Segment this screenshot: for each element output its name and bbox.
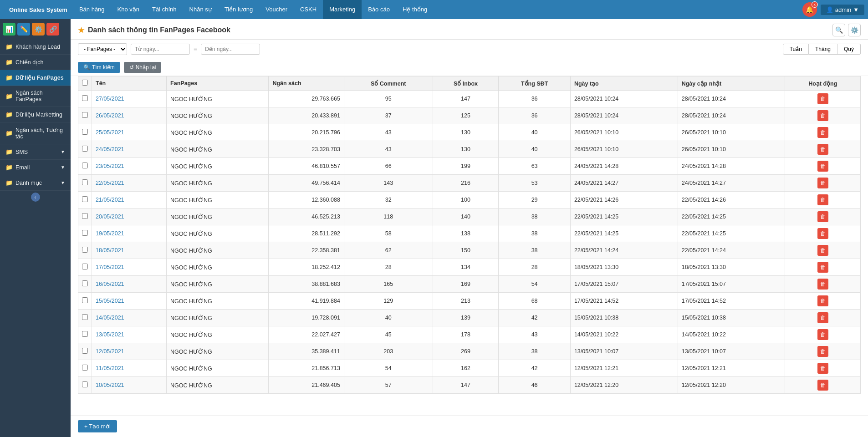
from-date-input[interactable] [131, 44, 190, 55]
reset-button[interactable]: ↺ Nhập lại [124, 62, 162, 73]
row-checkbox-cell[interactable] [78, 208, 92, 225]
delete-row-button[interactable]: 🗑 [817, 346, 828, 357]
search-button[interactable]: 🔍 Tìm kiếm [78, 62, 120, 73]
delete-row-button[interactable]: 🗑 [817, 110, 828, 121]
nav-marketing[interactable]: Marketing [323, 0, 362, 19]
sidebar-item-sms[interactable]: 📁 SMS ▼ [0, 144, 71, 160]
sidebar-item-email[interactable]: 📁 Email ▼ [0, 160, 71, 175]
nav-he-thong[interactable]: Hệ thống [396, 0, 434, 19]
row-checkbox-cell[interactable] [78, 124, 92, 141]
delete-row-button[interactable]: 🗑 [817, 380, 828, 391]
row-checkbox[interactable] [82, 112, 88, 118]
delete-row-button[interactable]: 🗑 [817, 329, 828, 340]
delete-row-button[interactable]: 🗑 [817, 194, 828, 205]
nav-kho-van[interactable]: Kho vận [111, 0, 146, 19]
nav-voucher[interactable]: Voucher [259, 0, 294, 19]
row-checkbox-cell[interactable] [78, 225, 92, 242]
delete-row-button[interactable]: 🗑 [817, 245, 828, 256]
row-checkbox-cell[interactable] [78, 141, 92, 158]
row-checkbox-cell[interactable] [78, 377, 92, 394]
row-checkbox-cell[interactable] [78, 175, 92, 192]
delete-row-button[interactable]: 🗑 [817, 363, 828, 374]
row-checkbox-cell[interactable] [78, 310, 92, 326]
row-checkbox[interactable] [82, 365, 88, 371]
sidebar-item-khach-hang-lead[interactable]: 📁 Khách hàng Lead [0, 39, 71, 55]
row-checkbox-cell[interactable] [78, 276, 92, 293]
row-checkbox[interactable] [82, 264, 88, 269]
row-ten[interactable]: 17/05/2021 [92, 259, 167, 276]
row-ten[interactable]: 20/05/2021 [92, 208, 167, 225]
row-ten[interactable]: 12/05/2021 [92, 343, 167, 360]
row-checkbox-cell[interactable] [78, 326, 92, 343]
sidebar-item-du-lieu-fanpages[interactable]: 📁 Dữ liệu FanPages [0, 70, 71, 86]
nav-bao-cao[interactable]: Báo cáo [362, 0, 396, 19]
row-checkbox[interactable] [82, 381, 88, 387]
period-quarter-button[interactable]: Quý [837, 44, 861, 55]
row-checkbox[interactable] [82, 129, 88, 135]
fanpages-filter-select[interactable]: - FanPages - [78, 43, 127, 55]
search-icon-button[interactable]: 🔍 [832, 24, 845, 36]
sidebar-icon-gear[interactable]: ⚙️ [32, 23, 45, 36]
row-ten[interactable]: 10/05/2021 [92, 377, 167, 394]
row-checkbox[interactable] [82, 314, 88, 320]
nav-cskh[interactable]: CSKH [294, 0, 323, 19]
row-ten[interactable]: 13/05/2021 [92, 326, 167, 343]
delete-row-button[interactable]: 🗑 [817, 295, 828, 306]
row-checkbox[interactable] [82, 163, 88, 168]
sidebar-item-du-lieu-marketting[interactable]: 📁 Dữ liệu Marketting [0, 107, 71, 122]
delete-row-button[interactable]: 🗑 [817, 93, 828, 104]
row-ten[interactable]: 27/05/2021 [92, 91, 167, 107]
row-checkbox[interactable] [82, 331, 88, 337]
sidebar-icon-chart[interactable]: 📊 [3, 23, 15, 36]
row-ten[interactable]: 18/05/2021 [92, 242, 167, 259]
settings-icon-button[interactable]: ⚙️ [848, 24, 861, 36]
to-date-input[interactable] [201, 44, 260, 55]
delete-row-button[interactable]: 🗑 [817, 279, 828, 290]
sidebar-icon-share[interactable]: 🔗 [46, 23, 59, 36]
delete-row-button[interactable]: 🗑 [817, 262, 828, 273]
row-checkbox-cell[interactable] [78, 293, 92, 310]
nav-nhan-su[interactable]: Nhân sự [183, 0, 218, 19]
period-week-button[interactable]: Tuần [783, 44, 809, 55]
add-new-button[interactable]: + Tạo mới [78, 420, 117, 432]
delete-row-button[interactable]: 🗑 [817, 161, 828, 172]
sidebar-item-danh-muc[interactable]: 📁 Danh mục ▼ [0, 175, 71, 191]
row-ten[interactable]: 24/05/2021 [92, 141, 167, 158]
notification-bell-icon[interactable]: x [802, 2, 817, 17]
row-ten[interactable]: 14/05/2021 [92, 310, 167, 326]
select-all-checkbox[interactable] [82, 80, 88, 86]
row-checkbox[interactable] [82, 146, 88, 152]
row-checkbox[interactable] [82, 230, 88, 236]
delete-row-button[interactable]: 🗑 [817, 144, 828, 155]
row-checkbox-cell[interactable] [78, 360, 92, 377]
period-month-button[interactable]: Tháng [809, 44, 837, 55]
row-ten[interactable]: 26/05/2021 [92, 107, 167, 124]
row-ten[interactable]: 19/05/2021 [92, 225, 167, 242]
sidebar-item-ngan-sach-fanpages[interactable]: 📁 Ngân sách FanPages [0, 86, 71, 107]
delete-row-button[interactable]: 🗑 [817, 127, 828, 138]
row-checkbox[interactable] [82, 247, 88, 253]
row-checkbox[interactable] [82, 280, 88, 286]
row-checkbox[interactable] [82, 297, 88, 303]
row-ten[interactable]: 15/05/2021 [92, 293, 167, 310]
delete-row-button[interactable]: 🗑 [817, 312, 828, 323]
row-ten[interactable]: 16/05/2021 [92, 276, 167, 293]
user-menu-button[interactable]: 👤 admin ▼ [821, 5, 864, 15]
row-checkbox[interactable] [82, 179, 88, 185]
nav-tai-chinh[interactable]: Tài chính [146, 0, 183, 19]
row-checkbox-cell[interactable] [78, 242, 92, 259]
row-ten[interactable]: 23/05/2021 [92, 158, 167, 175]
sidebar-collapse-button[interactable]: ‹ [31, 193, 40, 202]
row-checkbox[interactable] [82, 95, 88, 101]
row-ten[interactable]: 21/05/2021 [92, 192, 167, 208]
row-checkbox[interactable] [82, 348, 88, 354]
row-checkbox-cell[interactable] [78, 91, 92, 107]
row-checkbox-cell[interactable] [78, 259, 92, 276]
row-checkbox-cell[interactable] [78, 343, 92, 360]
delete-row-button[interactable]: 🗑 [817, 211, 828, 222]
delete-row-button[interactable]: 🗑 [817, 228, 828, 239]
nav-tien-luong[interactable]: Tiền lương [218, 0, 260, 19]
sidebar-icon-edit[interactable]: ✏️ [17, 23, 30, 36]
row-ten[interactable]: 22/05/2021 [92, 175, 167, 192]
row-ten[interactable]: 11/05/2021 [92, 360, 167, 377]
